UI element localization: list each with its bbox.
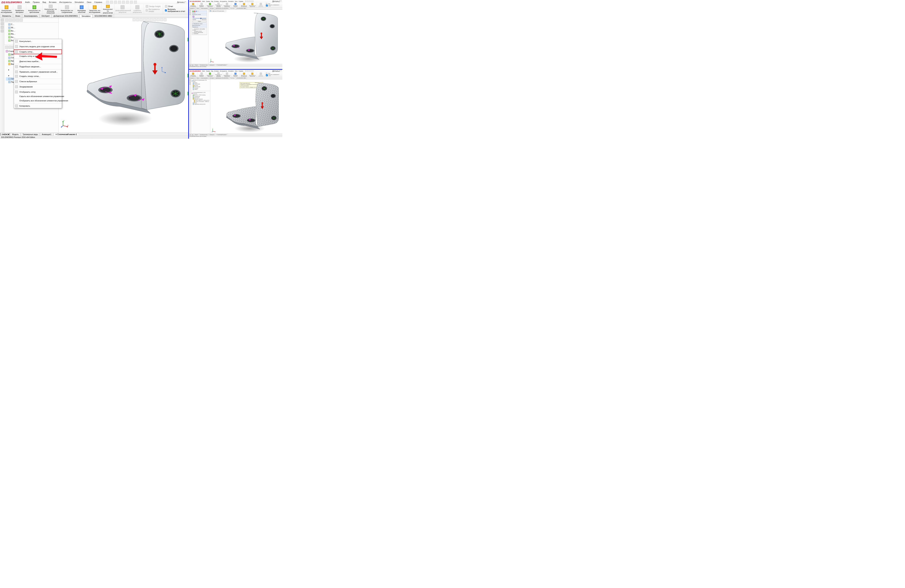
command-manager-tabs: Элементы Эскиз Анализировать DimXpert До… — [0, 14, 188, 18]
apply-material-icon — [17, 5, 22, 9]
menu-bar: Файл Правка Вид Вставка Инструменты Simu… — [24, 0, 103, 4]
ribbon-run-study[interactable]: Запустить это исследование — [88, 4, 102, 14]
tab-features[interactable]: Элементы — [0, 14, 13, 18]
qat-rebuild-icon[interactable] — [130, 1, 133, 4]
tab-simulation[interactable]: Simulation — [79, 14, 92, 18]
results-advisor-icon — [106, 5, 110, 8]
mini-title-bar-2: DSSOLIDWORKS ФайлПравкаВидВставкаИнструм… — [189, 70, 283, 72]
menu-edit[interactable]: Правка — [31, 0, 41, 4]
svg-line-60 — [212, 131, 213, 132]
ribbon-report-group: Отчет Включить изображение в отчет — [163, 4, 188, 14]
menu-window[interactable]: Окно — [85, 0, 93, 4]
cm-selected-list[interactable]: Список выбранных — [14, 79, 62, 84]
title-bar: DSSOLIDWORKS Файл Правка Вид Вставка Инс… — [0, 0, 188, 4]
qat-select-icon[interactable] — [126, 1, 129, 4]
fixture-advisor-icon — [32, 5, 37, 9]
pm-header — [192, 11, 207, 12]
svg-point-38 — [247, 49, 253, 52]
ribbon-load-advisor[interactable]: Консультант по внешним нагрузкам — [43, 4, 59, 14]
cm-show-mesh[interactable]: Отобразить сетку — [14, 90, 62, 94]
tab-dimxpert[interactable]: DimXpert — [40, 14, 52, 18]
ribbon-connection-advisor[interactable]: Консультант по соединениям — [59, 4, 75, 14]
pm-help-icon[interactable] — [196, 11, 197, 12]
tab-mbd[interactable]: SOLIDWORKS MBD — [92, 14, 114, 18]
cm-show-ctrl-labels[interactable]: Отобразить все обозначения элементов упр… — [14, 99, 62, 103]
svg-point-0 — [98, 111, 152, 126]
svg-text:X: X — [67, 124, 68, 126]
mini-viewport-top[interactable]: ▸ Деталь1 (По умолчани… — [208, 10, 283, 64]
qat-open-icon[interactable] — [110, 1, 113, 4]
menu-help[interactable]: Справка — [93, 0, 103, 4]
fm-tab-icon-4[interactable] — [16, 19, 19, 22]
qat-new-icon[interactable] — [106, 1, 109, 4]
fm-tab-icon-3[interactable] — [12, 19, 16, 22]
qat-options-icon[interactable] — [134, 1, 137, 4]
mesh-plot-icon — [15, 75, 18, 78]
bottom-tab-animation[interactable]: Анимация1 — [40, 133, 53, 136]
tab-addins[interactable]: Добавления SOLIDWORKS — [52, 14, 79, 18]
ribbon: Консультант исследования Применить матер… — [0, 4, 188, 14]
graphics-viewport[interactable]: Y X Z — [59, 18, 188, 132]
pm-cancel-icon[interactable] — [194, 11, 195, 12]
qat-undo-icon[interactable] — [122, 1, 125, 4]
simplify-icon — [15, 45, 18, 48]
qat-print-icon[interactable] — [118, 1, 121, 4]
task-icon-1[interactable] — [1, 19, 4, 22]
bottom-tab-static[interactable]: ✦ Статический анализ 1 — [53, 133, 79, 136]
tab-nav-buttons[interactable]: ▏◀◀▶▶▏ — [0, 133, 10, 135]
design-insight-icon — [146, 5, 148, 8]
report-button[interactable]: Отчет — [165, 5, 186, 8]
run-analysis-checkbox[interactable]: Запуск (решение) анализа — [192, 32, 206, 34]
qat-save-icon[interactable] — [114, 1, 117, 4]
plot-tools-icon — [146, 9, 148, 11]
mesh-control-icon — [15, 70, 18, 73]
mesh-property-manager: Сетка Плотность сетки ГрубоеВысокое Сбро… — [192, 10, 207, 35]
mini-viewport-bottom[interactable]: Имя модели:Деталь1 Название исследования… — [210, 79, 283, 133]
include-image-checkbox[interactable]: Включить изображение в отчет — [165, 8, 186, 12]
study-advisor-icon — [5, 5, 8, 9]
svg-rect-41 — [261, 33, 262, 37]
reset-button[interactable]: Сброс — [192, 21, 206, 22]
bottom-tab-3dviews[interactable]: Трехмерные виды — [21, 133, 40, 136]
create-mesh-icon — [15, 50, 18, 53]
ribbon-results-advisor[interactable]: Консультант по результатам — [102, 4, 114, 14]
cm-copy[interactable]: Копировать — [14, 104, 62, 108]
study-tab-icon-2[interactable] — [9, 46, 12, 49]
probe-icon — [15, 85, 18, 88]
ribbon-apply-material[interactable]: Применить материал — [13, 4, 26, 14]
cm-mesh-plot[interactable]: Создать эпюру сетки... — [14, 74, 62, 78]
menu-file[interactable]: Файл — [24, 0, 31, 4]
ribbon-shell-manager[interactable]: Менеджер оболочки — [75, 4, 88, 14]
tab-evaluate[interactable]: Анализировать — [22, 14, 40, 18]
cm-probe[interactable]: Зондирование — [14, 84, 62, 89]
pm-ok-icon[interactable] — [192, 11, 194, 12]
task-pane-sidebar — [0, 18, 4, 132]
menu-simulation[interactable]: Simulation — [73, 0, 85, 4]
task-icon-4[interactable] — [1, 30, 4, 32]
menu-insert[interactable]: Вставка — [48, 0, 58, 4]
cm-mesh-control[interactable]: Применить элемент управления сеткой... — [14, 70, 62, 74]
mini-study-tree: Статический анализ 1 (-По умолчан… Детал… — [191, 92, 210, 105]
fm-tab-icon-2[interactable] — [9, 19, 12, 22]
mesh-density-slider[interactable] — [192, 18, 206, 19]
menu-view[interactable]: Вид — [41, 0, 48, 4]
ribbon-fixture-advisor[interactable]: Консультант по креплениям — [26, 4, 43, 14]
pm-pushpin-icon[interactable] — [197, 11, 198, 12]
ribbon-study-advisor[interactable]: Консультант исследования — [0, 4, 13, 14]
density-icon — [192, 16, 194, 17]
task-icon-3[interactable] — [1, 26, 4, 29]
cm-details[interactable]: Подробные сведения... — [14, 64, 62, 69]
task-icon-2[interactable] — [1, 22, 4, 25]
tab-sketch[interactable]: Эскиз — [13, 14, 22, 18]
fm-tab-icon-1[interactable] — [5, 19, 8, 22]
cm-hide-ctrl-labels[interactable]: Скрыть все обозначения элементов управле… — [14, 94, 62, 99]
fm-tab-icon-5[interactable] — [19, 19, 23, 22]
cm-advisor[interactable]: Консультант... — [14, 39, 62, 43]
svg-line-43 — [211, 62, 214, 62]
bottom-tab-model[interactable]: Модель — [10, 133, 21, 136]
svg-text:Z: Z — [61, 126, 62, 128]
save-without-mesh-checkbox[interactable]: Сохранить настройки без создания сетки — [192, 29, 206, 32]
svg-point-55 — [248, 119, 254, 122]
menu-tools[interactable]: Инструменты — [58, 0, 73, 4]
study-tab-icon-1[interactable] — [5, 46, 8, 49]
